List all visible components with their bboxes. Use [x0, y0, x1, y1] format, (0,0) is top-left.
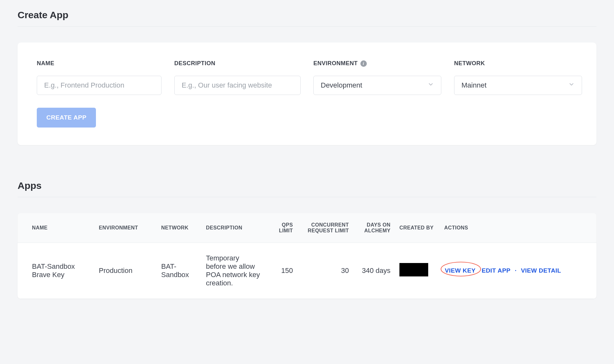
table-header-row: NAME ENVIRONMENT NETWORK DESCRIPTION QPS… [18, 213, 596, 243]
create-app-card: NAME DESCRIPTION ENVIRONMENT i Developme… [18, 43, 596, 145]
th-name: NAME [18, 213, 94, 243]
th-qps: QPS LIMIT [265, 213, 297, 243]
chevron-down-icon [428, 81, 434, 89]
cell-qps: 150 [265, 243, 297, 299]
name-label: NAME [37, 60, 161, 67]
view-key-highlight: VIEW KEY [444, 266, 476, 275]
chevron-down-icon [568, 81, 575, 89]
network-label: NETWORK [454, 60, 582, 67]
edit-app-link[interactable]: EDIT APP [482, 267, 510, 274]
th-actions: ACTIONS [440, 213, 596, 243]
th-description: DESCRIPTION [201, 213, 265, 243]
cell-name: BAT-Sandbox Brave Key [18, 243, 94, 299]
info-icon[interactable]: i [360, 60, 367, 67]
network-select[interactable]: Mainnet [454, 76, 582, 95]
description-label: DESCRIPTION [174, 60, 301, 67]
cell-created-by [395, 243, 440, 299]
th-network: NETWORK [157, 213, 201, 243]
th-days: DAYS ON ALCHEMY [353, 213, 395, 243]
cell-concurrent: 30 [297, 243, 353, 299]
environment-select[interactable]: Development [313, 76, 441, 95]
th-concurrent: CONCURRENT REQUEST LIMIT [297, 213, 353, 243]
view-key-link[interactable]: VIEW KEY [445, 267, 476, 274]
apps-title: Apps [18, 180, 596, 197]
create-app-button[interactable]: CREATE APP [37, 108, 96, 128]
environment-field-group: ENVIRONMENT i Development [313, 60, 441, 95]
cell-days: 340 days [353, 243, 395, 299]
cell-network: BAT-Sandbox [157, 243, 201, 299]
redacted-block [399, 263, 428, 276]
view-detail-link[interactable]: VIEW DETAIL [521, 267, 561, 274]
apps-table: NAME ENVIRONMENT NETWORK DESCRIPTION QPS… [18, 213, 596, 299]
network-select-value: Mainnet [461, 81, 486, 89]
description-field-group: DESCRIPTION [174, 60, 301, 95]
name-field-group: NAME [37, 60, 161, 95]
network-field-group: NETWORK Mainnet [454, 60, 582, 95]
th-created-by: CREATED BY [395, 213, 440, 243]
environment-label-text: ENVIRONMENT [313, 60, 358, 67]
name-input[interactable] [37, 76, 161, 95]
apps-table-card: NAME ENVIRONMENT NETWORK DESCRIPTION QPS… [18, 213, 596, 299]
description-input[interactable] [174, 76, 301, 95]
th-environment: ENVIRONMENT [94, 213, 157, 243]
cell-environment: Production [94, 243, 157, 299]
table-row: BAT-Sandbox Brave Key Production BAT-San… [18, 243, 596, 299]
action-separator: · [512, 267, 519, 274]
environment-select-value: Development [321, 81, 362, 89]
cell-actions: VIEW KEY EDIT APP · VIEW DETAIL [440, 243, 596, 299]
create-app-title: Create App [18, 10, 596, 27]
cell-description: Temporary before we allow POA network ke… [201, 243, 265, 299]
environment-label: ENVIRONMENT i [313, 60, 441, 67]
